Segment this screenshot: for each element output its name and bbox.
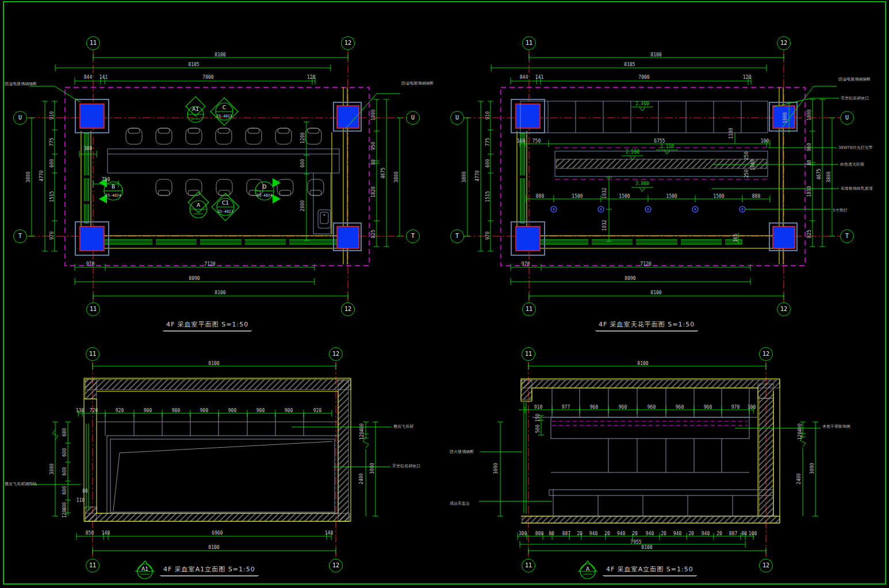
dim-label: 887 <box>562 532 570 536</box>
grid-bubble: 11 <box>86 559 99 572</box>
dim-label: 20 <box>716 532 722 536</box>
dim-label: 250 <box>745 170 749 178</box>
dim-label: 100 <box>748 405 756 410</box>
marker-label: A1 <box>192 107 199 112</box>
dim-label: 80 <box>371 159 376 165</box>
dim-label: 300 <box>84 147 92 151</box>
dim-label: 775 <box>486 138 491 146</box>
cad-canvas: 8100810584414170001201112UTUT11129107756… <box>0 0 889 588</box>
dim-label: 400 <box>798 424 803 432</box>
dim-label: 1100 <box>729 128 734 139</box>
dim-label: 1000 <box>783 112 788 123</box>
dim-label: 6960 <box>212 531 223 536</box>
ceiling-plan-title: 4F 采血室天花平面图 S=1:50 <box>595 320 698 331</box>
dim-label: 900 <box>144 409 152 413</box>
dim-label: 775 <box>50 138 55 146</box>
dim-label: 3000 <box>50 463 55 474</box>
dim-label: 977 <box>562 405 570 410</box>
dim-label: 750 <box>102 178 110 182</box>
dim-label: 3000 <box>370 463 375 474</box>
dim-label: 2400 <box>797 473 802 484</box>
dim-label: 20 <box>604 532 610 536</box>
dim-label: 978 <box>731 405 739 410</box>
dim-label: 500 <box>536 425 541 433</box>
dim-label: 844 <box>84 75 92 80</box>
grid-bubble: T <box>450 229 464 243</box>
dim-label: 940 <box>589 532 597 536</box>
dim-label: 940 <box>702 532 710 536</box>
floor-plan-title: 4F 采血室平面图 S=1:50 <box>163 320 252 331</box>
elevation-a1-title: 4F 采血室A1立面图 S=1:50 <box>160 565 259 576</box>
grid-bubble: 12 <box>777 302 791 316</box>
dim-label: 4675 <box>381 167 386 178</box>
dim-label: 844 <box>520 75 528 80</box>
dim-label: 8100 <box>214 291 225 295</box>
dim-label: 825 <box>807 230 812 238</box>
dim-label: 910 <box>534 405 542 410</box>
grid-bubble: U <box>840 111 854 125</box>
dim-label: 800 <box>535 532 543 536</box>
dim-label: 8100 <box>214 53 225 57</box>
grid-bubble: 11 <box>522 36 536 50</box>
grid-bubble: U <box>450 111 464 125</box>
dim-label: 7000 <box>638 75 649 80</box>
dim-label: 1820 <box>371 186 376 197</box>
marker-label: A <box>197 203 200 208</box>
grid-bubble: U <box>406 111 420 125</box>
label-layer: 8100810584414170001201112UTUT11129107756… <box>0 0 889 588</box>
grid-bubble: 11 <box>522 302 536 316</box>
dim-label: 80 <box>741 532 747 536</box>
note-label: 采室铝石材收口 <box>392 464 420 468</box>
dim-label: 20 <box>688 532 694 536</box>
dim-label: 100 <box>749 532 757 536</box>
dim-label: 600 <box>301 159 305 167</box>
dim-label: 140 <box>325 531 333 536</box>
marker-label: B <box>112 185 115 190</box>
dim-label: 910 <box>486 112 491 120</box>
dim-label: 150 <box>536 414 541 422</box>
dim-label: 970 <box>486 232 491 240</box>
dim-label: 600 <box>63 448 67 456</box>
dim-label: 7000 <box>202 75 213 80</box>
dim-label: 120 <box>307 75 315 80</box>
dim-label: 960 <box>676 405 684 410</box>
dim-label: 1500 <box>713 194 724 199</box>
dim-label: 1500 <box>619 194 630 199</box>
dim-label: 7120 <box>204 262 215 267</box>
dim-label: 750 <box>532 139 541 144</box>
dim-label: 1000 <box>371 109 376 120</box>
dim-label: 970 <box>86 262 94 267</box>
grid-bubble: 11 <box>86 36 100 50</box>
dim-label: 940 <box>673 532 681 536</box>
dim-label: 960 <box>590 405 598 410</box>
grid-bubble: T <box>840 229 854 243</box>
level-label: 2.400 <box>635 102 649 106</box>
marker-label: D <box>263 185 267 190</box>
dim-label: 8090 <box>189 276 200 281</box>
marker-ref-label: 25-4023 <box>217 210 233 214</box>
dim-label: 120 <box>743 75 751 80</box>
dim-label: 900 <box>200 409 208 413</box>
dim-label: 120 <box>360 432 365 440</box>
dim-label: 300 <box>519 532 527 536</box>
note-label: 5寸筒灯 <box>833 209 847 213</box>
dim-label: 100 <box>761 139 769 144</box>
marker-ref-label: 25-4024 <box>105 194 121 198</box>
dim-label: 960 <box>807 143 812 151</box>
dim-label: 8105 <box>188 63 199 67</box>
dim-label: 3800 <box>827 171 831 182</box>
dim-label: 8090 <box>624 276 635 281</box>
level-label: 3.150 <box>660 144 674 149</box>
dim-label: 680 <box>63 428 67 436</box>
dim-label: 720 <box>90 409 98 413</box>
dim-label: 8105 <box>624 63 635 67</box>
note-label: 白色透光软膜 <box>840 163 864 167</box>
dim-label: 7120 <box>640 262 651 267</box>
dim-label: 6755 <box>654 139 665 144</box>
dim-label: 120 <box>798 432 803 440</box>
note-label: 防溢电玻璃钢隔断 <box>401 82 434 86</box>
dim-label: 7955 <box>630 540 641 545</box>
dim-label: 1040 <box>751 159 756 170</box>
dim-label: 850 <box>86 531 94 536</box>
dim-label: 920 <box>313 409 321 413</box>
